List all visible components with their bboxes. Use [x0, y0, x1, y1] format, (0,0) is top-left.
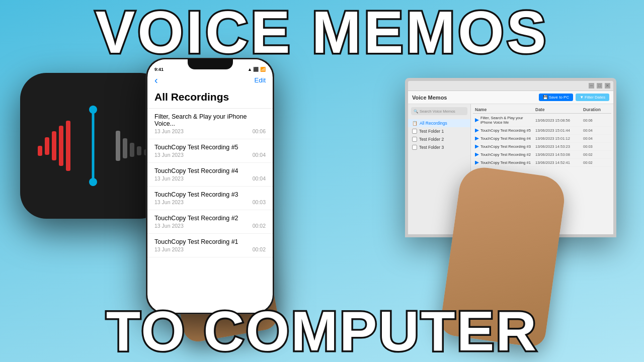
- phone-nav-bar[interactable]: ‹ Edit: [147, 73, 273, 89]
- waveform-bar: [137, 146, 141, 155]
- waveform-bar: [45, 137, 49, 155]
- save-to-pc-button[interactable]: 💾 Save to PC: [539, 94, 573, 101]
- table-row[interactable]: TouchCopy Test Recording #5 13/06/2023 1…: [473, 127, 611, 135]
- dot-bottom-icon: [89, 178, 97, 186]
- close-button[interactable]: ✕: [605, 83, 610, 88]
- search-input[interactable]: 🔍 Search Voice Memos: [411, 107, 467, 115]
- list-item[interactable]: TouchCopy Test Recording #4 13 Jun 2023 …: [147, 163, 273, 187]
- recordings-list: Filter, Search & Play your iPhone Voice.…: [147, 109, 273, 257]
- dot-top-icon: [89, 106, 97, 114]
- table-row[interactable]: TouchCopy Test Recording #2 13/06/2023 1…: [473, 151, 611, 159]
- play-icon[interactable]: [475, 137, 479, 141]
- center-line-icon: [92, 106, 95, 186]
- table-row[interactable]: TouchCopy Test Recording #4 13/06/2023 1…: [473, 135, 611, 143]
- play-icon[interactable]: [475, 129, 479, 133]
- waveform-bar: [116, 131, 120, 161]
- title-bottom: TO COMPUTER: [0, 303, 644, 359]
- table-header-duration: Duration: [583, 107, 609, 112]
- app-title: Voice Memos: [412, 95, 447, 101]
- sidebar-item-folder3[interactable]: Test Folder 3: [408, 143, 470, 151]
- sidebar-item-folder2[interactable]: Test Folder 2: [408, 135, 470, 143]
- logo-box: [20, 73, 166, 219]
- waveform-bar: [59, 126, 63, 166]
- sidebar-item-all-recordings[interactable]: 📋 All Recordings: [408, 119, 470, 127]
- minimize-button[interactable]: ─: [589, 83, 594, 88]
- play-icon[interactable]: [475, 153, 479, 157]
- list-item[interactable]: TouchCopy Test Recording #3 13 Jun 2023 …: [147, 187, 273, 210]
- monitor-titlebar: ─ □ ✕: [408, 81, 613, 91]
- phone-recordings-title: All Recordings: [147, 89, 273, 109]
- checkbox-icon: [412, 137, 417, 142]
- table-row[interactable]: Filter, Search & Play your iPhone Voice …: [473, 114, 611, 127]
- filter-icon: ▼: [580, 95, 584, 100]
- waveform-bar: [66, 121, 70, 171]
- edit-button[interactable]: Edit: [255, 76, 266, 84]
- waveform-bar: [38, 146, 42, 156]
- table-header: Name Date Duration: [473, 106, 611, 114]
- waveform-bar: [130, 143, 134, 157]
- title-top: VOICE MEMOS: [0, 3, 644, 62]
- save-icon: 💾: [543, 95, 548, 100]
- play-icon[interactable]: [475, 118, 479, 122]
- phone-mockup: 9:41 ▲ ⬛ 📶 ‹ Edit All Recordings Filter,…: [146, 58, 274, 314]
- back-button[interactable]: ‹: [154, 74, 158, 86]
- checkbox-icon: [412, 145, 417, 150]
- app-toolbar: Voice Memos 💾 Save to PC ▼ Filter Dates: [408, 91, 613, 104]
- maximize-button[interactable]: □: [597, 83, 602, 88]
- table-row[interactable]: TouchCopy Test Recording #1 13/06/2023 1…: [473, 159, 611, 167]
- sidebar-item-folder1[interactable]: Test Folder 1: [408, 127, 470, 135]
- list-item[interactable]: TouchCopy Test Recording #1 13 Jun 2023 …: [147, 234, 273, 257]
- waveform-bar: [52, 131, 56, 160]
- waveform-bar: [123, 138, 127, 158]
- play-icon[interactable]: [475, 161, 479, 165]
- list-item[interactable]: Filter, Search & Play your iPhone Voice.…: [147, 109, 273, 139]
- list-item[interactable]: TouchCopy Test Recording #5 13 Jun 2023 …: [147, 139, 273, 163]
- checkbox-icon: [412, 129, 417, 134]
- play-icon[interactable]: [475, 145, 479, 149]
- table-row[interactable]: TouchCopy Test Recording #3 13/06/2023 1…: [473, 143, 611, 151]
- filter-dates-button[interactable]: ▼ Filter Dates: [576, 94, 609, 101]
- table-header-name: Name: [475, 107, 535, 112]
- list-item[interactable]: TouchCopy Test Recording #2 13 Jun 2023 …: [147, 210, 273, 234]
- table-header-date: Date: [535, 107, 583, 112]
